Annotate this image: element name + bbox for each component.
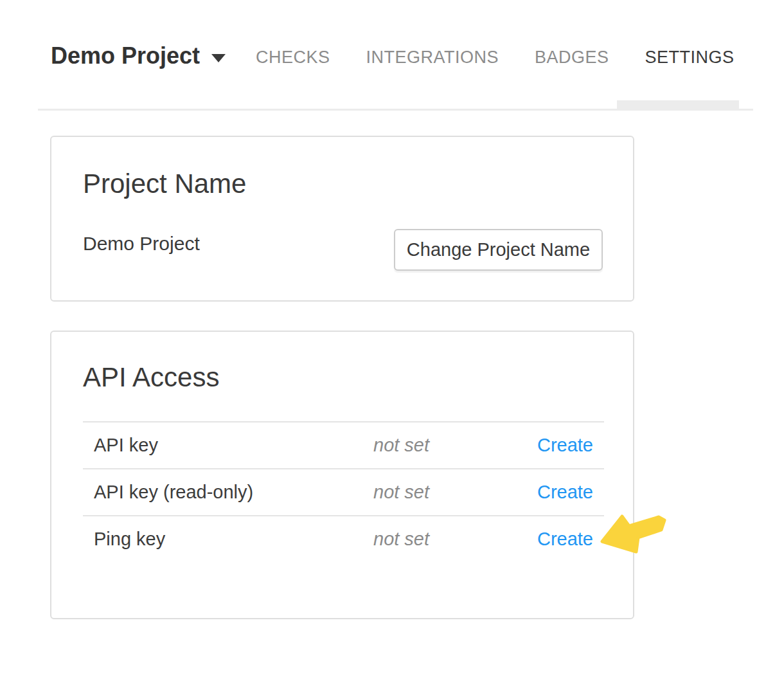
current-project-name: Demo Project [83, 232, 200, 255]
change-project-name-button[interactable]: Change Project Name [394, 229, 603, 271]
active-tab-indicator [617, 100, 739, 109]
api-key-read-only-label: API key (read-only) [83, 482, 373, 503]
tab-badges[interactable]: BADGES [535, 48, 609, 68]
tab-settings[interactable]: SETTINGS [645, 48, 735, 68]
ping-key-value: not set [373, 529, 528, 550]
header-divider [38, 109, 753, 111]
table-row-ping-key: Ping key not set Create [83, 515, 604, 562]
api-key-value: not set [373, 435, 528, 456]
tab-integrations[interactable]: INTEGRATIONS [366, 48, 499, 68]
table-row-api-key: API key not set Create [83, 421, 604, 468]
project-name-card-title: Project Name [83, 170, 246, 197]
table-row-api-key-read-only: API key (read-only) not set Create [83, 468, 604, 515]
api-key-create-link[interactable]: Create [537, 435, 593, 455]
api-key-label: API key [83, 435, 373, 456]
api-key-read-only-create-link[interactable]: Create [537, 482, 593, 502]
ping-key-create-link[interactable]: Create [537, 529, 593, 549]
project-selector-label: Demo Project [51, 42, 200, 69]
api-access-card-title: API Access [83, 364, 219, 391]
project-selector-dropdown[interactable]: Demo Project [51, 42, 226, 69]
top-navigation: CHECKS INTEGRATIONS BADGES SETTINGS [256, 48, 735, 68]
project-settings-page: Demo Project CHECKS INTEGRATIONS BADGES … [0, 0, 784, 681]
tab-checks[interactable]: CHECKS [256, 48, 330, 68]
caret-down-icon [211, 54, 226, 62]
ping-key-label: Ping key [83, 529, 373, 550]
api-keys-table: API key not set Create API key (read-onl… [83, 421, 604, 562]
api-key-read-only-value: not set [373, 482, 528, 503]
project-name-card: Project Name Demo Project Change Project… [50, 136, 634, 302]
api-access-card: API Access API key not set Create API ke… [50, 331, 634, 619]
